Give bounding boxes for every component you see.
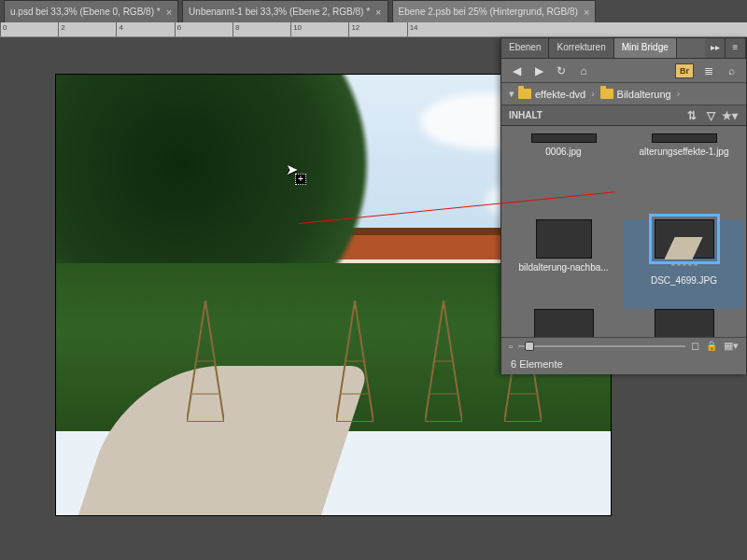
horizontal-ruler: 0 2 4 6 8 10 12 14: [0, 22, 747, 37]
tab-doc-3[interactable]: Ebene 2.psb bei 25% (Hintergrund, RGB/8)…: [392, 0, 597, 22]
thumbnail-grid: 0006.jpg alterungseffekte-1.jpg bildalte…: [501, 126, 746, 337]
section-header-content: INHALT ⇅ ▽ ★▾: [501, 105, 746, 126]
document-tabs: u.psd bei 33,3% (Ebene 0, RGB/8) *× Unbe…: [0, 0, 747, 22]
close-icon[interactable]: ×: [584, 7, 589, 18]
chevron-right-icon: ›: [591, 89, 594, 99]
breadcrumb-root[interactable]: effekte-dvd: [535, 89, 585, 100]
large-thumb-icon: ◻: [691, 340, 699, 352]
tab-adjustments[interactable]: Korrekturen: [549, 38, 613, 58]
thumbnail-label: 0006.jpg: [545, 147, 581, 157]
bridge-nav-toolbar: ◀ ▶ ↻ ⌂ Br ≣ ⌕: [501, 59, 746, 83]
tab-doc-1[interactable]: u.psd bei 33,3% (Ebene 0, RGB/8) *×: [4, 0, 178, 22]
view-list-icon[interactable]: ≣: [701, 63, 716, 78]
tab-label: u.psd bei 33,3% (Ebene 0, RGB/8) *: [10, 7, 161, 17]
thumbnail-item[interactable]: bildalterung-nachba...: [503, 219, 624, 309]
sort-icon[interactable]: ⇅: [683, 109, 701, 122]
chevron-down-icon[interactable]: ▾: [509, 88, 514, 100]
thumbnail-item[interactable]: 0006.jpg: [503, 130, 624, 219]
refresh-icon[interactable]: ↻: [554, 63, 569, 78]
star-icon[interactable]: ★▾: [720, 109, 739, 122]
thumbnail-label: DSC_4699.JPG: [651, 275, 717, 286]
folder-icon: [600, 89, 613, 99]
nav-forward-icon[interactable]: ▶: [531, 63, 546, 78]
panel-menu-icon[interactable]: ≡: [726, 38, 746, 58]
thumbnail-item-selected[interactable]: DSC_4699.JPG: [624, 219, 744, 309]
lock-icon[interactable]: 🔒: [705, 340, 718, 353]
nav-back-icon[interactable]: ◀: [509, 63, 524, 78]
rating-dots[interactable]: [671, 262, 698, 272]
thumbnail-item[interactable]: DSC_4712.JPG: [624, 309, 744, 337]
home-icon[interactable]: ⌂: [576, 63, 591, 78]
thumbnail-item[interactable]: DSC_4708.JPG: [503, 309, 624, 337]
thumbnail-label: bildalterung-nachba...: [518, 262, 608, 273]
tab-mini-bridge[interactable]: Mini Bridge: [614, 38, 677, 58]
ruler-mark: 10: [290, 22, 346, 37]
bridge-app-icon[interactable]: Br: [675, 63, 694, 78]
tab-label: Unbenannt-1 bei 33,3% (Ebene 2, RGB/8) *: [189, 7, 370, 17]
small-thumb-icon: ▫: [509, 341, 513, 352]
ruler-mark: 4: [116, 22, 172, 37]
thumbnail-size-slider[interactable]: [518, 345, 685, 347]
ruler-mark: 0: [0, 22, 56, 37]
folder-icon: [518, 89, 531, 99]
tab-doc-2[interactable]: Unbenannt-1 bei 33,3% (Ebene 2, RGB/8) *…: [182, 0, 388, 22]
tab-label: Ebene 2.psb bei 25% (Hintergrund, RGB/8): [399, 7, 578, 17]
panel-tabstrip: Ebenen Korrekturen Mini Bridge ▸▸ ≡: [501, 38, 746, 59]
ruler-mark: 2: [58, 22, 114, 37]
tab-layers[interactable]: Ebenen: [501, 38, 549, 58]
chevron-right-icon: ›: [677, 89, 680, 99]
breadcrumb-sub[interactable]: Bildalterung: [617, 89, 671, 100]
search-icon[interactable]: ⌕: [724, 63, 739, 78]
ruler-mark: 6: [175, 22, 231, 37]
ruler-mark: 14: [407, 22, 463, 37]
thumbnail-item[interactable]: alterungseffekte-1.jpg: [624, 130, 744, 219]
status-text: 6 Elemente: [511, 358, 563, 370]
close-icon[interactable]: ×: [166, 7, 172, 18]
collapse-icon[interactable]: ▸▸: [705, 38, 726, 58]
section-title: INHALT: [509, 110, 543, 120]
thumbnail-label: alterungseffekte-1.jpg: [640, 147, 729, 157]
breadcrumb[interactable]: ▾ effekte-dvd › Bildalterung ›: [501, 83, 746, 105]
mini-bridge-panel: Ebenen Korrekturen Mini Bridge ▸▸ ≡ ◀ ▶ …: [500, 37, 747, 373]
thumbnail-size-slider-row: ▫ ◻ 🔒 ▦▾: [501, 337, 746, 354]
ruler-mark: 8: [233, 22, 289, 37]
filter-icon[interactable]: ▽: [701, 109, 720, 122]
ruler-mark: 12: [348, 22, 404, 37]
grid-view-icon[interactable]: ▦▾: [724, 340, 739, 352]
status-bar: 6 Elemente: [501, 354, 746, 374]
close-icon[interactable]: ×: [375, 7, 381, 18]
